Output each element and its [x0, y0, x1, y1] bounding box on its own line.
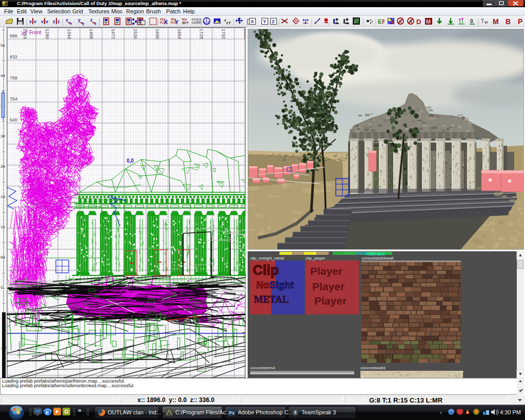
svg-text:1728: 1728 [199, 29, 204, 39]
svg-text:Front: Front [29, 30, 42, 35]
svg-text:1856: 1856 [243, 29, 246, 39]
svg-text:0: 0 [470, 18, 473, 24]
svg-text:y: y [78, 17, 80, 23]
svg-text:19: 19 [1, 194, 5, 199]
svg-text:Clip: Clip [253, 263, 279, 278]
svg-text:concretewall3: concretewall3 [360, 366, 386, 370]
svg-text:32: 32 [1, 134, 5, 138]
svg-text:1664: 1664 [177, 29, 182, 39]
svg-text:TeamSpeak 3: TeamSpeak 3 [301, 409, 336, 415]
svg-text:D: D [416, 18, 421, 26]
svg-text:»: » [78, 407, 82, 414]
svg-text:25: 25 [1, 164, 5, 169]
svg-text:Player: Player [310, 265, 342, 277]
svg-text:0: 0 [1, 285, 3, 290]
svg-text:LAYER: LAYER [192, 21, 201, 24]
svg-text:44: 44 [1, 73, 5, 78]
svg-text:1344: 1344 [67, 29, 72, 39]
svg-text:z: z [94, 21, 96, 26]
svg-text:concretetrim4: concretetrim4 [250, 366, 275, 370]
svg-text:X: X [251, 19, 254, 24]
svg-text:y: y [82, 21, 85, 26]
svg-text:S: S [410, 19, 413, 24]
svg-text:1408: 1408 [89, 29, 94, 39]
svg-text:Y: Y [263, 19, 266, 24]
svg-text:1792: 1792 [221, 29, 226, 39]
svg-text:12: 12 [1, 225, 5, 229]
svg-text:Ps: Ps [229, 410, 235, 415]
svg-text:‹: ‹ [440, 409, 442, 415]
svg-text:4:30 PM: 4:30 PM [500, 409, 521, 415]
svg-text:832: 832 [10, 54, 17, 59]
svg-text:concretebrickwall: concretebrickwall [362, 256, 394, 261]
svg-text:Adobe Photoshop C...: Adobe Photoshop C... [238, 409, 293, 415]
svg-text:640: 640 [10, 117, 17, 123]
svg-text:OUTLAW clan - Ind...: OUTLAW clan - Ind... [108, 409, 161, 415]
svg-text:M: M [426, 18, 431, 25]
svg-text:C: C [399, 19, 402, 24]
svg-text:Y: Y [175, 19, 179, 25]
svg-text:B: B [506, 17, 511, 26]
svg-text:z: z [90, 17, 93, 23]
svg-text:x: x [70, 21, 72, 26]
svg-text:x: x [66, 17, 68, 23]
svg-text:0,0: 0,0 [127, 158, 134, 164]
svg-text:clip_nosight_metal: clip_nosight_metal [250, 256, 284, 261]
svg-text:Player: Player [312, 281, 345, 292]
svg-text:,: , [328, 21, 329, 25]
svg-text:1280: 1280 [45, 29, 50, 39]
svg-text:P: P [518, 17, 522, 26]
svg-text:704: 704 [10, 96, 17, 102]
svg-text:v: v [46, 19, 48, 24]
svg-text:E: E [378, 18, 381, 25]
svg-text:M: M [493, 17, 499, 26]
svg-text:Player: Player [314, 295, 347, 307]
svg-text:z: z [57, 19, 60, 24]
svg-text:C:/Program Files/Ac...: C:/Program Files/Ac... [175, 409, 231, 415]
svg-text:90: 90 [182, 21, 186, 25]
svg-text:1472: 1472 [111, 29, 116, 39]
svg-text:x: x [34, 19, 36, 24]
svg-text:T: T [481, 18, 484, 24]
svg-text:X: X [164, 19, 168, 25]
svg-text:METAL: METAL [254, 294, 289, 305]
svg-text:768: 768 [10, 75, 17, 81]
svg-text:1536: 1536 [133, 29, 138, 39]
svg-text:Z: Z [272, 19, 275, 24]
svg-text:w: w [484, 19, 488, 25]
svg-text:64: 64 [1, 255, 5, 259]
svg-text:51: 51 [1, 43, 5, 48]
svg-text:896: 896 [10, 33, 17, 38]
svg-text:clip_player: clip_player [306, 256, 326, 261]
svg-text:1600: 1600 [155, 29, 160, 39]
svg-text:z: z [53, 19, 55, 24]
svg-text:v: v [41, 19, 44, 24]
svg-text:NoSight: NoSight [256, 279, 294, 290]
svg-text:zY: zY [226, 21, 231, 25]
svg-text:x: x [29, 19, 32, 24]
